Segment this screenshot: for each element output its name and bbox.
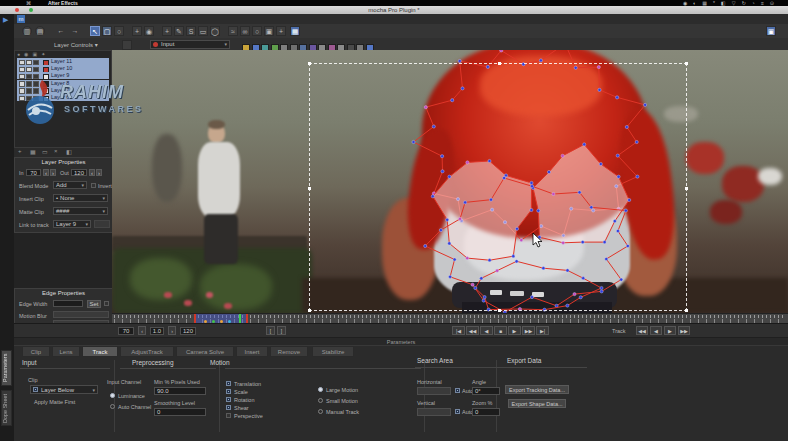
- timeline-zoom-display[interactable]: 1.0: [150, 327, 164, 335]
- track-backwards-button[interactable]: ◀: [650, 326, 662, 335]
- box-handle-ne[interactable]: [685, 62, 688, 65]
- box-handle-s[interactable]: [498, 309, 501, 312]
- matte-clip-dropdown[interactable]: ####▾: [53, 207, 108, 215]
- track-clip-dropdown[interactable]: Layer Below▾: [30, 385, 98, 394]
- xspline-tool-icon[interactable]: ✎: [174, 26, 184, 36]
- go-to-start-button[interactable]: |◀: [452, 326, 465, 335]
- tab-insert[interactable]: Insert: [236, 346, 268, 357]
- ellipse-shape-tool-icon[interactable]: ◯: [210, 26, 220, 36]
- play-backward-button[interactable]: ◀: [480, 326, 493, 335]
- layer-row[interactable]: Layer 6: [17, 94, 109, 101]
- box-handle-e[interactable]: [685, 187, 688, 190]
- zoom-timeline-in-icon[interactable]: [: [266, 326, 275, 335]
- layer-controls-label[interactable]: Layer Controls ▾: [54, 41, 98, 48]
- box-handle-sw[interactable]: [308, 309, 311, 312]
- box-handle-se[interactable]: [685, 309, 688, 312]
- circle-tool-icon[interactable]: ○: [252, 26, 262, 36]
- in-frame-display[interactable]: 70: [118, 327, 134, 335]
- bezier-tool-icon[interactable]: S: [186, 26, 196, 36]
- blend-mode-dropdown[interactable]: Add▾: [53, 181, 87, 189]
- undo-icon[interactable]: ←: [56, 26, 66, 36]
- layer-row[interactable]: Layer 7: [17, 87, 109, 94]
- play-button[interactable]: ▶: [508, 326, 521, 335]
- insert-clip-dropdown[interactable]: •None▾: [53, 194, 108, 202]
- layer-row[interactable]: Layer 11: [17, 58, 109, 65]
- edge-width-field[interactable]: [53, 300, 83, 307]
- large-motion-radio[interactable]: [318, 387, 323, 392]
- clip-enabled-checkbox[interactable]: [33, 387, 38, 392]
- export-shape-data-button[interactable]: Export Shape Data...: [508, 399, 566, 408]
- zoom-timeline-out-icon[interactable]: ]: [277, 326, 286, 335]
- edge-width-checkbox[interactable]: [104, 301, 109, 306]
- step-forward-button[interactable]: ›: [168, 326, 176, 335]
- layer-controls-toggle-icon[interactable]: [122, 40, 132, 50]
- box-handle-n[interactable]: [498, 62, 501, 65]
- save-icon[interactable]: ▥: [22, 26, 32, 36]
- pan-tool-icon[interactable]: +: [132, 26, 142, 36]
- tab-clip[interactable]: Clip: [22, 346, 50, 357]
- prev-keyframe-button[interactable]: ◀◀: [466, 326, 479, 335]
- magnetic-spline-tool-icon[interactable]: ≈: [228, 26, 238, 36]
- open-icon[interactable]: ▤: [35, 26, 45, 36]
- track-backwards-fast-button[interactable]: ◀◀: [636, 326, 648, 335]
- link-tool-icon[interactable]: ∞: [240, 26, 250, 36]
- select-tool-icon[interactable]: ↖: [90, 26, 100, 36]
- zoom-tool-icon[interactable]: ◉: [144, 26, 154, 36]
- side-tab-parameters[interactable]: Parameters: [1, 350, 12, 386]
- layer-row[interactable]: Layer 8: [17, 80, 109, 87]
- workspace-icon[interactable]: ▣: [766, 26, 776, 36]
- in-frame-field[interactable]: 70: [26, 169, 41, 176]
- rect-shape-tool-icon[interactable]: ▭: [198, 26, 208, 36]
- track-forwards-button[interactable]: ▶: [664, 326, 676, 335]
- horizontal-auto-checkbox[interactable]: [455, 388, 460, 393]
- vertical-auto-checkbox[interactable]: [455, 409, 460, 414]
- smoothing-field[interactable]: 0: [154, 408, 206, 416]
- layer-row[interactable]: Layer 10: [17, 65, 109, 72]
- in-prev-button[interactable]: ‹: [43, 169, 49, 176]
- box-handle-nw[interactable]: [308, 62, 311, 65]
- side-tab-dope-sheet[interactable]: Dope Sheet: [1, 390, 12, 426]
- go-to-end-button[interactable]: ▶|: [536, 326, 549, 335]
- clip-selector-dropdown[interactable]: Input▾: [150, 40, 230, 49]
- grid-tool-icon[interactable]: ▦: [290, 26, 300, 36]
- tab-camera-solve[interactable]: Camera Solve: [176, 346, 234, 357]
- stop-button[interactable]: ■: [494, 326, 507, 335]
- out-prev-button[interactable]: ‹: [89, 169, 95, 176]
- manual-track-radio[interactable]: [318, 409, 323, 414]
- add-layer-icon[interactable]: +: [18, 148, 22, 154]
- invert-checkbox[interactable]: [91, 183, 96, 188]
- luminance-radio[interactable]: [110, 393, 115, 398]
- add-point-tool-icon[interactable]: +: [162, 26, 172, 36]
- redo-icon[interactable]: →: [70, 26, 80, 36]
- next-keyframe-button[interactable]: ▶▶: [522, 326, 535, 335]
- panel-arrow-icon[interactable]: ▶: [3, 16, 8, 24]
- step-back-button[interactable]: ‹: [138, 326, 146, 335]
- tab-stabilize[interactable]: Stabilize: [312, 346, 354, 357]
- box-select-tool-icon[interactable]: ▢: [102, 26, 112, 36]
- set-edge-width-button[interactable]: Set: [87, 300, 101, 308]
- viewer-canvas[interactable]: [112, 50, 788, 313]
- delete-layer-icon[interactable]: ×: [54, 148, 58, 154]
- out-frame-field[interactable]: 120: [71, 169, 87, 176]
- tab-lens[interactable]: Lens: [52, 346, 80, 357]
- tab-remove[interactable]: Remove: [270, 346, 308, 357]
- tab-adjusttrack[interactable]: AdjustTrack: [120, 346, 174, 357]
- in-next-button[interactable]: ›: [50, 169, 56, 176]
- export-tracking-data-button[interactable]: Export Tracking Data...: [505, 385, 569, 394]
- move-tool-icon[interactable]: +: [276, 26, 286, 36]
- auto-channel-radio[interactable]: [110, 404, 115, 409]
- translation-checkbox[interactable]: [226, 381, 231, 386]
- layer-row[interactable]: Layer 9: [17, 72, 109, 79]
- zoom-percent-field[interactable]: 0: [472, 408, 500, 416]
- small-motion-radio[interactable]: [318, 398, 323, 403]
- box-handle-w[interactable]: [308, 187, 311, 190]
- group-layers-icon[interactable]: ▦: [30, 148, 36, 155]
- out-next-button[interactable]: ›: [96, 169, 102, 176]
- angle-field[interactable]: 0°: [472, 387, 500, 395]
- layers-tool-icon[interactable]: ▣: [264, 26, 274, 36]
- perspective-checkbox[interactable]: [226, 413, 231, 418]
- tab-track[interactable]: Track: [82, 346, 118, 357]
- planar-surface-box[interactable]: [309, 63, 687, 311]
- rotate-tool-icon[interactable]: ○: [114, 26, 124, 36]
- shear-checkbox[interactable]: [226, 405, 231, 410]
